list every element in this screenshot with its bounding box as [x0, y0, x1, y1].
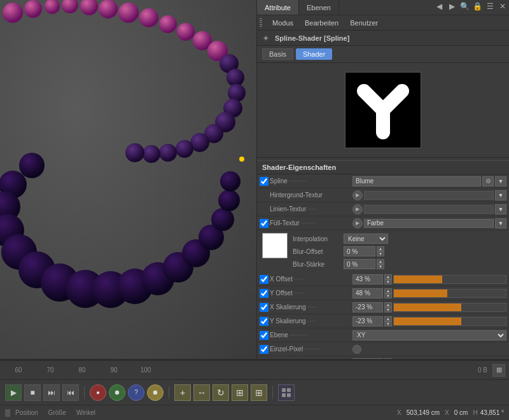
- y-skalierung-up[interactable]: ▲: [384, 316, 392, 321]
- add-frame-btn[interactable]: +: [174, 384, 191, 401]
- preview-btn[interactable]: ⏺: [147, 384, 164, 401]
- menu-icon[interactable]: ☰: [484, 0, 496, 13]
- subtab-shader[interactable]: Shader: [296, 48, 332, 60]
- full-circle-btn[interactable]: ▶: [352, 218, 363, 228]
- x-skalierung-label: X Skalierung ·····: [270, 304, 352, 311]
- scale-btn[interactable]: ⊞: [232, 384, 248, 401]
- viewport-3d[interactable]: [0, 0, 256, 359]
- y-offset-input[interactable]: [352, 288, 383, 298]
- full-textur-checkbox[interactable]: [260, 219, 268, 228]
- ebene-checkbox[interactable]: [260, 331, 268, 340]
- angle-section: Winkel: [76, 409, 95, 416]
- full-menu-btn[interactable]: ▼: [495, 218, 506, 228]
- prop-linien-textur: Linien-Textur ····· ▶ ▼: [257, 202, 509, 216]
- spline-dropdown-value[interactable]: Blume: [352, 176, 481, 186]
- interpolation-row: Interpolation Keine: [293, 233, 504, 244]
- blur-starke-up[interactable]: ▲: [377, 259, 384, 264]
- blur-offset-input[interactable]: [344, 246, 375, 256]
- x-offset-down[interactable]: ▼: [384, 279, 392, 284]
- timeline-mark-90: 90: [98, 367, 130, 374]
- tab-ebenen[interactable]: Ebenen: [299, 0, 339, 15]
- svg-point-7: [118, 3, 139, 23]
- svg-point-38: [211, 208, 234, 231]
- y-skalierung-input[interactable]: [352, 316, 383, 326]
- end-btn[interactable]: ⏮: [62, 384, 79, 401]
- stop-btn[interactable]: ■: [24, 384, 41, 401]
- next-btn[interactable]: ⏭: [43, 384, 60, 401]
- motion-btn[interactable]: ?: [128, 384, 144, 401]
- linien-menu-btn[interactable]: ▼: [495, 204, 506, 214]
- y-skalierung-value: ▲ ▼: [352, 316, 506, 326]
- svg-point-9: [159, 15, 177, 33]
- interpolation-select[interactable]: Keine: [344, 234, 388, 244]
- lock-icon[interactable]: 🔒: [471, 0, 484, 13]
- auto-key-btn[interactable]: ⏺: [109, 384, 125, 401]
- menu-bearbeiten[interactable]: Bearbeiten: [300, 18, 344, 28]
- x-skalierung-checkbox[interactable]: [260, 303, 268, 312]
- grid-btn[interactable]: ⊞: [251, 384, 267, 401]
- hintergrund-menu-btn[interactable]: ▼: [495, 190, 506, 200]
- x-skalierung-value: ▲ ▼: [352, 302, 506, 312]
- color-swatch[interactable]: [262, 233, 288, 258]
- ebene-select[interactable]: XY XZ YZ: [352, 330, 506, 340]
- timeline-mark-60: 60: [3, 367, 34, 374]
- x-offset-input[interactable]: [352, 274, 383, 284]
- spline-gear-btn[interactable]: ⚙: [482, 176, 494, 186]
- y-skalierung-slider[interactable]: [393, 317, 506, 326]
- top-tabs: Attribute Ebenen ◀ ▶ 🔍 🔒 ☰ ✕: [257, 0, 509, 15]
- menu-benutzer[interactable]: Benutzer: [345, 18, 383, 28]
- y-skalierung-down[interactable]: ▼: [384, 321, 392, 326]
- blur-offset-down[interactable]: ▼: [377, 251, 384, 256]
- search-icon[interactable]: 🔍: [458, 0, 471, 13]
- subtab-basis[interactable]: Basis: [262, 48, 293, 60]
- prop-x-skalierung: X Skalierung ····· ▲ ▼: [257, 300, 509, 314]
- einzel-pixel-circle[interactable]: [352, 345, 361, 354]
- y-offset-down[interactable]: ▼: [384, 293, 392, 298]
- linienbreite-slider[interactable]: [393, 359, 506, 360]
- size-label: Größe: [48, 409, 66, 416]
- hintergrund-circle-btn[interactable]: ▶: [352, 190, 363, 200]
- x-offset-slider[interactable]: [393, 275, 506, 284]
- svg-point-23: [125, 143, 144, 162]
- y-skalierung-checkbox[interactable]: [260, 317, 268, 326]
- y-offset-checkbox[interactable]: [260, 289, 268, 298]
- x-skalierung-down[interactable]: ▼: [384, 307, 392, 312]
- close-icon[interactable]: ✕: [496, 0, 509, 13]
- timeline-end-btn[interactable]: ⊞: [492, 364, 505, 377]
- timeline-mark-80: 80: [66, 367, 98, 374]
- svg-point-40: [220, 171, 241, 192]
- svg-point-10: [177, 23, 195, 41]
- y-offset-slider[interactable]: [393, 289, 506, 298]
- y-offset-up[interactable]: ▲: [384, 288, 392, 293]
- rotate-btn[interactable]: ↻: [213, 384, 229, 401]
- x-offset-up[interactable]: ▲: [384, 274, 392, 279]
- blur-starke-input[interactable]: [344, 259, 375, 269]
- prop-x-offset: X Offset ····· ▲ ▼: [257, 272, 509, 286]
- nav-left-icon[interactable]: ◀: [433, 0, 445, 13]
- prop-y-skalierung: Y Skalierung ····· ▲ ▼: [257, 314, 509, 328]
- move-btn[interactable]: ↔: [193, 384, 210, 401]
- x-offset-checkbox[interactable]: [260, 275, 268, 284]
- status-bar: Position Größe Winkel X 503,149 cm X 0 c…: [0, 405, 509, 420]
- position-label: Position: [15, 409, 38, 416]
- play-btn[interactable]: ▶: [5, 384, 22, 401]
- blur-offset-up[interactable]: ▲: [377, 246, 384, 251]
- blur-starke-label: Blur-Stärke: [293, 261, 344, 268]
- linien-circle-btn[interactable]: ▶: [352, 204, 363, 214]
- spline-menu-btn[interactable]: ▼: [495, 176, 506, 186]
- ebene-label: Ebene ··········: [270, 332, 352, 339]
- einzel-pixel-checkbox[interactable]: [260, 345, 268, 354]
- blur-starke-down[interactable]: ▼: [377, 264, 384, 269]
- x-skalierung-input[interactable]: [352, 302, 383, 312]
- x-skalierung-slider[interactable]: [393, 303, 506, 312]
- spline-checkbox[interactable]: [260, 177, 268, 186]
- x-skalierung-up[interactable]: ▲: [384, 302, 392, 307]
- prop-y-offset: Y Offset ····· ▲ ▼: [257, 286, 509, 300]
- nav-right-icon[interactable]: ▶: [445, 0, 458, 13]
- svg-point-3: [45, 0, 60, 14]
- record-btn[interactable]: ●: [90, 384, 106, 401]
- h-coord-label: H: [473, 409, 477, 416]
- grid-toggle-btn[interactable]: [278, 384, 295, 401]
- tab-attribute[interactable]: Attribute: [257, 0, 299, 15]
- menu-modus[interactable]: Modus: [267, 18, 298, 28]
